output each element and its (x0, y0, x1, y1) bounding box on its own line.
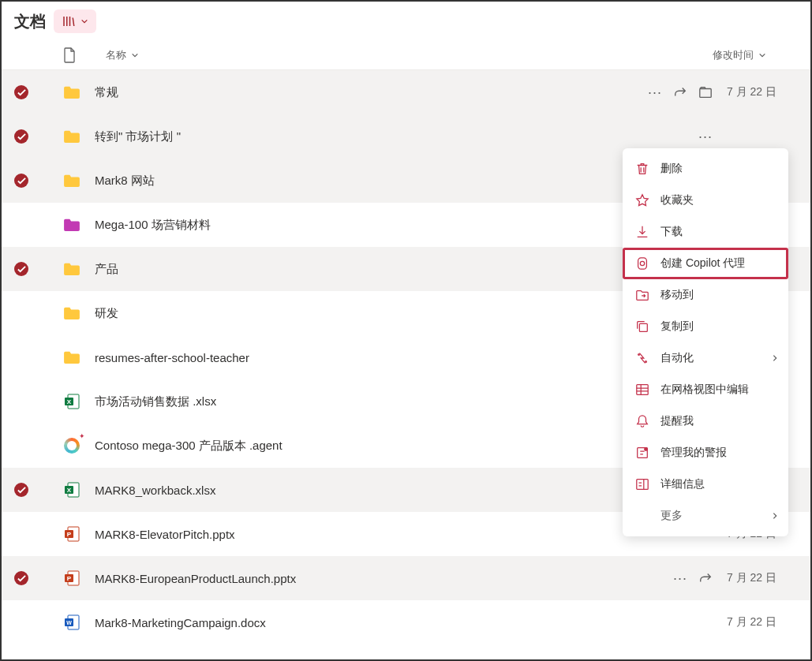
column-name-header[interactable]: 名称 (106, 48, 713, 62)
svg-text:X: X (67, 487, 72, 494)
copilot-icon (635, 256, 649, 271)
view-switcher-button[interactable] (54, 9, 96, 33)
menu-favorite[interactable]: 收藏夹 (623, 185, 788, 216)
svg-point-19 (645, 361, 647, 363)
menu-label: 下载 (660, 225, 683, 239)
row-checkbox[interactable] (14, 571, 28, 585)
folder-move-icon (635, 288, 649, 302)
column-name-label: 名称 (106, 48, 126, 62)
library-icon (62, 14, 76, 28)
menu-alerts[interactable]: 管理我的警报 (623, 437, 788, 469)
row-checkbox[interactable] (14, 174, 28, 188)
menu-label: 在网格视图中编辑 (660, 383, 749, 397)
share-icon[interactable] (698, 571, 713, 585)
row-checkbox[interactable] (14, 615, 28, 629)
trash-icon (635, 162, 649, 176)
menu-label: 删除 (660, 162, 683, 176)
folder-icon (63, 172, 80, 189)
column-header-row: 名称 修改时间 (2, 41, 810, 70)
svg-rect-20 (637, 385, 648, 395)
menu-label: 移动到 (660, 288, 694, 302)
star-icon (635, 193, 649, 207)
download-icon (635, 225, 649, 239)
menu-label: 提醒我 (660, 414, 694, 428)
row-checkbox[interactable] (14, 483, 28, 497)
item-name: 常规 (95, 85, 648, 100)
menu-label: 管理我的警报 (660, 446, 727, 460)
bell-icon (635, 414, 649, 428)
menu-details[interactable]: 详细信息 (623, 469, 788, 500)
svg-rect-17 (639, 323, 647, 331)
svg-point-22 (645, 448, 648, 451)
svg-text:X: X (67, 398, 72, 405)
more-actions-button[interactable]: ··· (648, 84, 662, 101)
item-name: 转到" 市场计划 " (95, 129, 698, 144)
item-date: 7 月 22 日 (727, 85, 798, 99)
item-name: MARK8-EuropeanProductLaunch.pptx (95, 572, 673, 585)
folder-icon (63, 216, 80, 233)
top-bar: 文档 (2, 2, 810, 41)
menu-label: 更多 (660, 509, 683, 523)
row-checkbox[interactable] (14, 350, 28, 364)
folder-icon (63, 84, 80, 101)
menu-label: 复制到 (660, 319, 694, 334)
more-actions-button[interactable]: ··· (698, 129, 713, 145)
svg-point-18 (638, 354, 640, 356)
column-modified-header[interactable]: 修改时间 (713, 48, 766, 62)
menu-create-copilot-agent[interactable]: 创建 Copilot 代理 (623, 248, 788, 279)
grid-icon (635, 383, 649, 397)
row-checkbox[interactable] (14, 85, 28, 99)
agent-icon: ✦ (63, 437, 80, 454)
row-checkbox[interactable] (14, 394, 28, 409)
svg-rect-0 (700, 89, 711, 98)
svg-text:P: P (67, 575, 72, 582)
menu-grid-edit[interactable]: 在网格视图中编辑 (623, 374, 788, 405)
folder-icon (63, 128, 80, 145)
row-checkbox[interactable] (14, 527, 28, 541)
folder-action-icon[interactable] (698, 85, 713, 99)
row-checkbox[interactable] (14, 218, 28, 232)
list-item[interactable]: 常规 ··· 7 月 22 日 (2, 70, 810, 114)
document-icon (63, 47, 76, 63)
excel-icon: X (63, 393, 80, 410)
menu-label: 收藏夹 (660, 193, 694, 207)
menu-label: 创建 Copilot 代理 (660, 256, 745, 271)
folder-icon (63, 304, 80, 322)
row-checkbox[interactable] (14, 129, 28, 144)
menu-remind[interactable]: 提醒我 (623, 405, 788, 437)
excel-icon: X (63, 481, 80, 499)
menu-label: 自动化 (660, 351, 694, 365)
menu-download[interactable]: 下载 (623, 216, 788, 248)
powerpoint-icon: P (63, 570, 80, 587)
chevron-right-icon (771, 354, 779, 362)
row-checkbox[interactable] (14, 439, 28, 453)
list-item[interactable]: W Mark8-MarketingCampaign.docx 7 月 22 日 (2, 600, 810, 644)
share-icon[interactable] (673, 85, 687, 99)
ai-badge-icon: ✦ (79, 432, 85, 440)
row-checkbox[interactable] (14, 262, 28, 276)
folder-icon (63, 260, 80, 278)
menu-copy-to[interactable]: 复制到 (623, 311, 788, 342)
copy-icon (635, 319, 649, 334)
more-actions-button[interactable]: ··· (673, 570, 687, 587)
svg-rect-23 (637, 480, 648, 490)
item-date: 7 月 22 日 (727, 615, 798, 629)
alert-manage-icon (635, 446, 649, 460)
powerpoint-icon: P (63, 525, 80, 543)
menu-more[interactable]: 更多 (623, 500, 788, 532)
menu-move-to[interactable]: 移动到 (623, 279, 788, 311)
item-name: Mark8-MarketingCampaign.docx (95, 616, 727, 629)
chevron-down-icon (131, 51, 139, 59)
row-checkbox[interactable] (14, 306, 28, 320)
item-name: Mark8 网站 (95, 174, 698, 189)
svg-point-16 (640, 261, 644, 265)
chevron-down-icon (80, 17, 88, 25)
svg-text:P: P (67, 531, 72, 538)
menu-automate[interactable]: 自动化 (623, 342, 788, 374)
automate-icon (635, 351, 649, 365)
column-modified-label: 修改时间 (713, 48, 754, 62)
item-date: 7 月 22 日 (727, 571, 798, 585)
item-name: 产品 (95, 262, 698, 277)
menu-delete[interactable]: 删除 (623, 153, 788, 185)
list-item[interactable]: P MARK8-EuropeanProductLaunch.pptx ··· 7… (2, 556, 810, 600)
